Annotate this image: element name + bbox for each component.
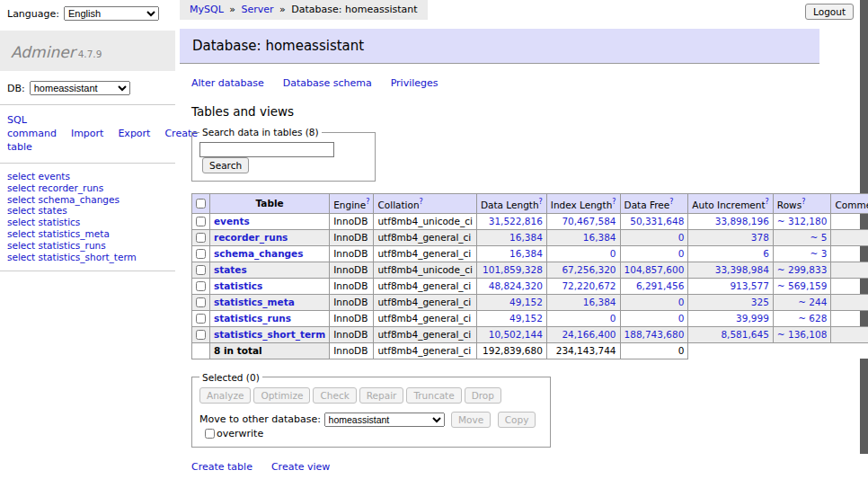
copy-button[interactable]: Copy bbox=[498, 412, 536, 428]
sidebar-select-recorder-runs[interactable]: select recorder_runs bbox=[7, 182, 168, 194]
selected-actions: AnalyzeOptimizeCheckRepairTruncateDrop bbox=[199, 387, 543, 404]
search-button[interactable]: Search bbox=[202, 157, 249, 173]
move-db-select[interactable]: homeassistant bbox=[324, 413, 445, 427]
help-link-data-free[interactable]: ? bbox=[669, 198, 673, 206]
comment-cell bbox=[831, 245, 868, 262]
table-link-schema-changes[interactable]: schema_changes bbox=[214, 248, 304, 259]
sidebar-select-schema-changes[interactable]: select schema_changes bbox=[7, 194, 168, 206]
row-checkbox-recorder-runs[interactable] bbox=[196, 233, 206, 243]
row-checkbox-schema-changes[interactable] bbox=[196, 249, 206, 259]
privileges-link[interactable]: Privileges bbox=[391, 77, 438, 89]
overwrite-label: overwrite bbox=[217, 428, 263, 439]
row-checkbox-statistics[interactable] bbox=[196, 281, 206, 291]
table-link-statistics-short-term[interactable]: statistics_short_term bbox=[214, 329, 325, 340]
sidebar-select-states[interactable]: select states bbox=[7, 205, 168, 217]
app-version: 4.7.9 bbox=[78, 49, 102, 59]
column-header-auto-increment: Auto Increment? bbox=[688, 194, 774, 214]
auto-increment-cell: 33,898,196 bbox=[688, 213, 774, 229]
table-row: eventsInnoDButf8mb4_unicode_ci31,522,816… bbox=[192, 213, 868, 229]
help-link-rows[interactable]: ? bbox=[802, 198, 805, 206]
breadcrumb-mysql[interactable]: MySQL bbox=[190, 4, 224, 15]
collation-cell: utf8mb4_general_ci bbox=[374, 245, 476, 262]
sidebar-select-statistics-short-term[interactable]: select statistics_short_term bbox=[7, 252, 168, 263]
drop-button[interactable]: Drop bbox=[465, 387, 501, 404]
row-checkbox-cell bbox=[192, 294, 210, 310]
collation-cell: utf8mb4_general_ci bbox=[374, 310, 476, 326]
help-link-data-length[interactable]: ? bbox=[539, 198, 543, 206]
repair-button[interactable]: Repair bbox=[359, 387, 404, 404]
selected-legend: Selected (0) bbox=[199, 372, 262, 383]
sidebar-select-events[interactable]: select events bbox=[7, 171, 168, 182]
overwrite-checkbox[interactable] bbox=[205, 429, 215, 439]
data-length-cell: 101,859,328 bbox=[476, 262, 546, 278]
move-button[interactable]: Move bbox=[451, 412, 491, 428]
column-header-index-length: Index Length? bbox=[546, 194, 620, 214]
column-label: Data Length bbox=[481, 200, 539, 210]
row-checkbox-states[interactable] bbox=[196, 265, 206, 275]
table-link-statistics-runs[interactable]: statistics_runs bbox=[214, 313, 291, 324]
totals-engine-cell: InnoDB bbox=[330, 342, 374, 359]
column-header-comment: Comment? bbox=[831, 194, 868, 214]
column-header-table: Table bbox=[210, 194, 330, 214]
sidebar-select-statistics-runs[interactable]: select statistics_runs bbox=[7, 240, 168, 252]
analyze-button[interactable]: Analyze bbox=[199, 387, 251, 404]
create-view-link[interactable]: Create view bbox=[271, 461, 330, 473]
sidebar-action-import[interactable]: Import bbox=[71, 128, 104, 139]
sidebar: Language:English Adminer4.7.9 DB:homeass… bbox=[0, 0, 175, 271]
row-checkbox-cell bbox=[192, 229, 210, 245]
column-label: Index Length bbox=[551, 200, 612, 210]
auto-increment-cell: 33,398,984 bbox=[688, 262, 774, 278]
db-select[interactable]: homeassistant bbox=[30, 81, 130, 95]
sidebar-select-statistics-meta[interactable]: select statistics_meta bbox=[7, 228, 168, 240]
engine-cell: InnoDB bbox=[330, 310, 374, 326]
check-button[interactable]: Check bbox=[313, 387, 356, 404]
table-link-statistics-meta[interactable]: statistics_meta bbox=[214, 297, 295, 307]
table-link-events[interactable]: events bbox=[214, 216, 250, 226]
row-checkbox-cell bbox=[192, 245, 210, 262]
data-free-cell: 0 bbox=[620, 229, 688, 245]
data-length-cell: 16,384 bbox=[476, 245, 546, 262]
breadcrumb-database-homeassistant: Database: homeassistant bbox=[291, 4, 417, 15]
row-checkbox-statistics-short-term[interactable] bbox=[196, 330, 206, 340]
row-checkbox-statistics-meta[interactable] bbox=[196, 297, 206, 307]
index-length-cell: 16,384 bbox=[546, 294, 620, 310]
table-row: statistics_runsInnoDButf8mb4_general_ci4… bbox=[192, 310, 868, 326]
table-name-cell: states bbox=[210, 262, 330, 278]
create-links: Create tableCreate view bbox=[191, 461, 819, 473]
rows-cell: ~ 5 bbox=[773, 229, 831, 245]
alter-database-link[interactable]: Alter database bbox=[191, 77, 264, 89]
truncate-button[interactable]: Truncate bbox=[406, 387, 461, 404]
adminer-logo[interactable]: Adminer bbox=[11, 43, 75, 61]
auto-increment-cell: 325 bbox=[688, 294, 774, 310]
help-link-collation[interactable]: ? bbox=[420, 198, 423, 206]
row-checkbox-statistics-runs[interactable] bbox=[196, 314, 206, 324]
row-checkbox-cell bbox=[192, 278, 210, 294]
sidebar-action-sql-command[interactable]: SQL command bbox=[7, 114, 57, 139]
move-label: Move to other database: bbox=[199, 413, 321, 425]
table-row: statistics_short_termInnoDButf8mb4_gener… bbox=[192, 326, 868, 342]
sidebar-select-statistics[interactable]: select statistics bbox=[7, 217, 168, 228]
database-schema-link[interactable]: Database schema bbox=[283, 77, 372, 89]
help-link-engine[interactable]: ? bbox=[366, 198, 369, 206]
sidebar-action-export[interactable]: Export bbox=[118, 128, 150, 139]
help-link-index-length[interactable]: ? bbox=[612, 198, 616, 206]
collation-cell: utf8mb4_unicode_ci bbox=[374, 213, 476, 229]
search-input[interactable] bbox=[199, 142, 334, 157]
table-name-cell: statistics_meta bbox=[210, 294, 330, 310]
comment-cell bbox=[831, 310, 868, 326]
table-name-cell: statistics bbox=[210, 278, 330, 294]
breadcrumb-separator: » bbox=[277, 4, 289, 15]
table-link-states[interactable]: states bbox=[214, 264, 247, 275]
breadcrumb-server[interactable]: Server bbox=[242, 4, 274, 15]
table-link-recorder-runs[interactable]: recorder_runs bbox=[214, 232, 288, 243]
language-select[interactable]: English bbox=[64, 6, 159, 21]
create-table-link[interactable]: Create table bbox=[191, 461, 252, 473]
auto-increment-cell: 913,577 bbox=[688, 278, 774, 294]
optimize-button[interactable]: Optimize bbox=[253, 387, 310, 404]
table-link-statistics[interactable]: statistics bbox=[214, 280, 262, 291]
data-free-cell: 0 bbox=[620, 294, 688, 310]
data-free-cell: 0 bbox=[620, 245, 688, 262]
help-link-auto-increment[interactable]: ? bbox=[766, 198, 769, 206]
select-all-checkbox[interactable] bbox=[196, 199, 206, 209]
row-checkbox-events[interactable] bbox=[196, 217, 206, 226]
